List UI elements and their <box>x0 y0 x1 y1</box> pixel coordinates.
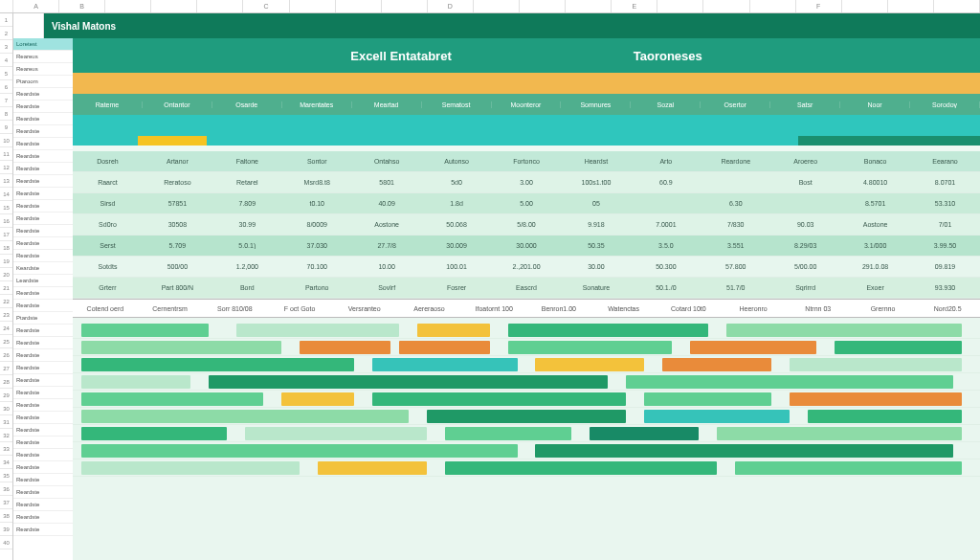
gantt-bar[interactable] <box>417 324 490 337</box>
row-number[interactable]: 20 <box>0 268 12 281</box>
row-label[interactable]: Reardste <box>13 150 73 163</box>
col-header[interactable]: F <box>796 0 842 12</box>
cell[interactable]: Aroereo <box>770 158 840 165</box>
cell[interactable]: 51.7/0 <box>701 284 770 291</box>
row-number[interactable]: 6 <box>0 80 12 94</box>
row-number[interactable]: 35 <box>0 469 12 482</box>
col-header[interactable]: E <box>612 0 657 12</box>
row-label[interactable]: Reareus <box>13 51 73 63</box>
col-header[interactable]: C <box>243 0 289 12</box>
row-number[interactable]: 2 <box>0 27 12 40</box>
row-number[interactable]: 13 <box>0 174 12 188</box>
gantt-bar[interactable] <box>81 410 408 423</box>
row-label[interactable]: Keardste <box>13 262 73 275</box>
cell[interactable]: 5d0 <box>422 179 492 186</box>
gantt-bar[interactable] <box>209 375 608 389</box>
row-label[interactable]: Ptaroom <box>13 76 73 88</box>
gantt-bar[interactable] <box>300 341 390 354</box>
row-number[interactable]: 9 <box>0 121 12 134</box>
row-label[interactable]: Reardste <box>13 88 73 101</box>
cell[interactable]: 5/8.00 <box>492 221 562 228</box>
gantt-bar[interactable] <box>790 392 962 406</box>
row-label[interactable]: Reardste <box>13 412 73 424</box>
row-label[interactable]: Loretest <box>13 38 73 51</box>
cell[interactable]: 30508 <box>143 221 212 228</box>
row-number[interactable]: 30 <box>0 402 12 415</box>
row-label[interactable]: Reardste <box>13 499 73 511</box>
gantt-bar[interactable] <box>508 324 708 337</box>
row-number[interactable]: 26 <box>0 348 12 362</box>
gantt-bar[interactable] <box>835 341 962 354</box>
gantt-bar[interactable] <box>81 324 209 337</box>
row-label[interactable]: Reareus <box>13 63 73 76</box>
cell[interactable]: 50.35 <box>561 242 631 249</box>
cell[interactable]: 3.551 <box>701 242 770 249</box>
table-column-header[interactable]: Marentates <box>282 101 352 108</box>
row-number[interactable]: 40 <box>0 536 12 549</box>
gantt-bar[interactable] <box>81 358 353 371</box>
cell[interactable]: Aostone <box>352 221 422 228</box>
row-label[interactable]: Reardste <box>13 437 73 449</box>
gantt-bar[interactable] <box>644 392 771 406</box>
row-number[interactable]: 22 <box>0 295 12 308</box>
row-number[interactable]: 5 <box>0 67 12 80</box>
cell[interactable]: 27.7/8 <box>352 242 422 249</box>
cell[interactable]: Retarel <box>212 179 282 186</box>
row-label[interactable]: Reardste <box>13 374 73 387</box>
cell[interactable]: Autonso <box>422 158 492 165</box>
gantt-bar[interactable] <box>690 341 817 354</box>
cell[interactable]: 2.,201.00 <box>492 263 562 270</box>
row-label[interactable]: Reardste <box>13 300 73 312</box>
row-label[interactable]: Reardste <box>13 163 73 175</box>
select-all-corner[interactable] <box>0 0 13 12</box>
row-label[interactable]: Reardste <box>13 213 73 225</box>
cell[interactable]: Sd0ro <box>73 221 143 228</box>
cell[interactable]: Heardst <box>561 158 631 165</box>
cell[interactable]: 1.8d <box>422 200 492 207</box>
row-number[interactable]: 17 <box>0 228 12 241</box>
row-number[interactable]: 4 <box>0 54 12 67</box>
cell[interactable]: 57851 <box>143 200 212 207</box>
cell[interactable]: Reratoso <box>143 179 212 186</box>
row-number[interactable]: 8 <box>0 107 12 121</box>
gantt-bar[interactable] <box>81 341 281 354</box>
cell[interactable]: Raarct <box>73 179 143 186</box>
row-label[interactable]: Reardste <box>13 138 73 150</box>
row-number[interactable]: 36 <box>0 482 12 496</box>
row-number[interactable]: 10 <box>0 134 12 147</box>
col-header[interactable] <box>657 0 703 12</box>
row-number[interactable]: 11 <box>0 147 12 161</box>
row-number[interactable]: 15 <box>0 201 12 214</box>
row-number[interactable]: 28 <box>0 375 12 389</box>
gantt-bar[interactable] <box>535 358 644 371</box>
gantt-bar[interactable] <box>590 427 699 440</box>
cell[interactable]: 8/0009 <box>282 221 352 228</box>
cell[interactable]: 8.29/03 <box>770 242 840 249</box>
cell[interactable]: 8.5701 <box>840 200 910 207</box>
row-label[interactable]: Reardste <box>13 237 73 250</box>
cell[interactable]: 50.068 <box>422 221 492 228</box>
row-label[interactable]: Reardste <box>13 449 73 461</box>
cell[interactable]: Sirsd <box>73 200 143 207</box>
row-label[interactable]: Reardste <box>13 113 73 125</box>
row-label[interactable]: Reardste <box>13 399 73 412</box>
gantt-bar[interactable] <box>717 427 962 440</box>
table-column-header[interactable]: Moonteror <box>492 101 562 108</box>
cell[interactable]: 291.0.08 <box>840 263 910 270</box>
cell[interactable]: Ontahso <box>352 158 422 165</box>
gantt-bar[interactable] <box>281 392 354 406</box>
row-number[interactable]: 32 <box>0 429 12 442</box>
gantt-bar[interactable] <box>790 358 962 371</box>
row-number[interactable]: 12 <box>0 161 12 174</box>
cell[interactable]: 30.009 <box>422 242 492 249</box>
cell[interactable]: 30.00 <box>561 263 631 270</box>
col-header[interactable] <box>290 0 336 12</box>
row-label[interactable]: Reardste <box>13 325 73 337</box>
cell[interactable]: Bost <box>770 179 840 186</box>
cell[interactable]: 7/830 <box>701 221 770 228</box>
cell[interactable]: Eearano <box>910 158 980 165</box>
cell[interactable]: t0.10 <box>282 200 352 207</box>
col-header[interactable] <box>566 0 612 12</box>
cell[interactable]: 100s1.t00 <box>561 179 631 186</box>
table-column-header[interactable]: Sozal <box>631 101 701 108</box>
